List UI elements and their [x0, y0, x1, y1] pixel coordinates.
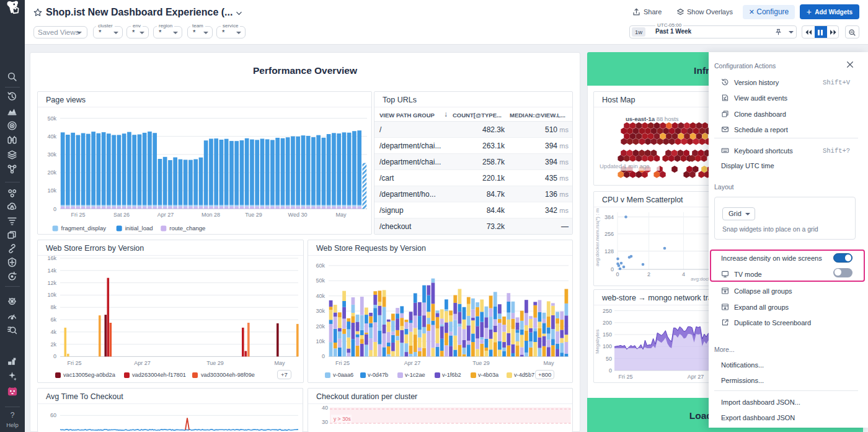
- svg-text:0: 0: [322, 353, 325, 359]
- svg-text:Apr 27: Apr 27: [157, 212, 174, 218]
- svg-text:2k: 2k: [50, 341, 56, 348]
- svg-text:40: 40: [322, 405, 328, 411]
- svg-text:Fri 25: Fri 25: [335, 360, 350, 366]
- svg-text:6k: 6k: [50, 317, 56, 323]
- svg-text:150: 150: [603, 331, 612, 338]
- svg-text:Fri 25: Fri 25: [71, 212, 85, 218]
- svg-text:10k: 10k: [47, 187, 56, 194]
- svg-text:route_change: route_change: [169, 225, 205, 232]
- svg-text:Apr 27: Apr 27: [688, 374, 704, 380]
- svg-text:0: 0: [53, 206, 56, 212]
- svg-text:Tue 29: Tue 29: [206, 360, 224, 366]
- svg-text:0: 0: [609, 367, 612, 374]
- svg-text:10k: 10k: [47, 292, 56, 298]
- svg-text:y > 30s: y > 30s: [334, 416, 351, 422]
- svg-text:30k: 30k: [47, 151, 56, 158]
- svg-text:16k: 16k: [47, 256, 56, 261]
- svg-text:Mon 28: Mon 28: [202, 212, 220, 218]
- svg-text:20k: 20k: [47, 169, 56, 176]
- svg-text:256: 256: [604, 231, 614, 237]
- svg-text:May: May: [543, 360, 554, 366]
- svg-text:Fri 25: Fri 25: [618, 374, 632, 380]
- svg-text:384: 384: [604, 214, 614, 220]
- svg-text:10k: 10k: [316, 338, 325, 344]
- svg-text:60k: 60k: [316, 263, 325, 269]
- svg-text:Apr 27: Apr 27: [404, 360, 421, 366]
- svg-text:initial_load: initial_load: [125, 225, 153, 232]
- svg-text:4: 4: [682, 271, 685, 277]
- svg-text:Sat 26: Sat 26: [113, 212, 130, 218]
- svg-text:100: 100: [603, 343, 612, 349]
- svg-text:fragment_display: fragment_display: [61, 225, 107, 232]
- svg-text:Updated 1 min ago: Updated 1 min ago: [600, 163, 649, 169]
- svg-text:30: 30: [322, 419, 328, 425]
- svg-text:8k: 8k: [50, 304, 56, 310]
- svg-text:avg:docker.mem.rss(*) : m: avg:docker.mem.rss(*) : m: [595, 208, 600, 266]
- svg-text:14k: 14k: [47, 268, 56, 274]
- svg-text:Wed 30: Wed 30: [288, 212, 308, 218]
- svg-text:250: 250: [603, 308, 612, 314]
- svg-text:us-east-1a 88 hosts: us-east-1a 88 hosts: [626, 115, 679, 122]
- svg-text:50: 50: [606, 356, 612, 362]
- svg-text:30k: 30k: [316, 308, 325, 314]
- svg-text:200: 200: [603, 320, 612, 326]
- svg-text:40k: 40k: [316, 293, 325, 299]
- svg-text:60: 60: [50, 412, 56, 418]
- svg-text:Megabytes: Megabytes: [595, 330, 600, 354]
- svg-text:40k: 40k: [47, 133, 56, 140]
- svg-text:50k: 50k: [47, 115, 56, 122]
- svg-text:0: 0: [611, 266, 614, 272]
- svg-text:Tue 29: Tue 29: [245, 212, 262, 218]
- svg-text:0: 0: [616, 271, 619, 277]
- svg-text:Fri 25: Fri 25: [67, 360, 81, 366]
- svg-text:20k: 20k: [316, 323, 325, 330]
- svg-text:128: 128: [604, 248, 614, 254]
- svg-text:50k: 50k: [316, 277, 325, 284]
- svg-text:May: May: [274, 360, 285, 366]
- svg-text:Tue 29: Tue 29: [472, 360, 490, 366]
- svg-text:2: 2: [647, 271, 650, 277]
- svg-text:May: May: [335, 212, 347, 218]
- svg-text:4k: 4k: [50, 329, 56, 335]
- svg-text:Apr 27: Apr 27: [134, 360, 151, 366]
- svg-text:12k: 12k: [47, 280, 56, 286]
- svg-text:0: 0: [53, 353, 56, 359]
